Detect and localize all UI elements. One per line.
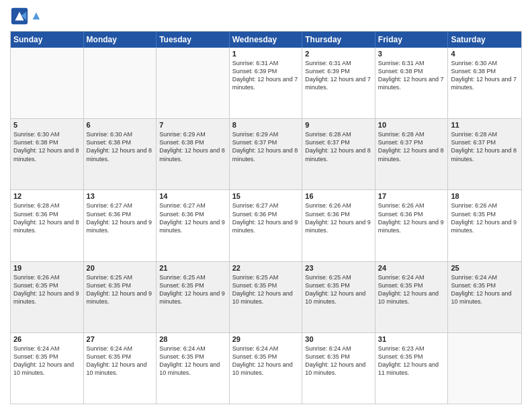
day-cell-25: 25Sunrise: 6:24 AM Sunset: 6:35 PM Dayli… — [448, 262, 521, 332]
day-cell-11: 11Sunrise: 6:28 AM Sunset: 6:37 PM Dayli… — [448, 119, 521, 189]
day-number: 31 — [378, 335, 445, 343]
day-number: 28 — [159, 335, 226, 343]
day-cell-30: 30Sunrise: 6:24 AM Sunset: 6:35 PM Dayli… — [302, 333, 375, 404]
cell-info: Sunrise: 6:26 AM Sunset: 6:35 PM Dayligh… — [451, 201, 519, 234]
day-number: 8 — [232, 121, 300, 129]
day-number: 21 — [159, 264, 226, 272]
cell-info: Sunrise: 6:31 AM Sunset: 6:38 PM Dayligh… — [378, 59, 445, 92]
cell-info: Sunrise: 6:30 AM Sunset: 6:38 PM Dayligh… — [87, 130, 154, 163]
day-cell-12: 12Sunrise: 6:28 AM Sunset: 6:36 PM Dayli… — [11, 190, 84, 261]
day-number: 30 — [305, 335, 372, 343]
logo-text: ▲ — [30, 9, 42, 23]
cell-info: Sunrise: 6:24 AM Sunset: 6:35 PM Dayligh… — [13, 345, 81, 377]
cell-info: Sunrise: 6:30 AM Sunset: 6:38 PM Dayligh… — [451, 59, 519, 92]
calendar-row-2: 12Sunrise: 6:28 AM Sunset: 6:36 PM Dayli… — [11, 190, 521, 261]
day-number: 19 — [13, 264, 81, 272]
day-number: 24 — [378, 264, 445, 272]
calendar-header: SundayMondayTuesdayWednesdayThursdayFrid… — [11, 32, 521, 48]
day-number: 5 — [13, 121, 81, 129]
cell-info: Sunrise: 6:27 AM Sunset: 6:36 PM Dayligh… — [159, 201, 226, 234]
day-cell-18: 18Sunrise: 6:26 AM Sunset: 6:35 PM Dayli… — [448, 190, 521, 261]
day-number: 15 — [232, 192, 300, 200]
calendar-row-3: 19Sunrise: 6:26 AM Sunset: 6:35 PM Dayli… — [11, 262, 521, 333]
day-cell-27: 27Sunrise: 6:24 AM Sunset: 6:35 PM Dayli… — [84, 333, 157, 404]
calendar-body: 1Sunrise: 6:31 AM Sunset: 6:39 PM Daylig… — [11, 48, 521, 404]
day-number: 6 — [87, 121, 154, 129]
day-cell-17: 17Sunrise: 6:26 AM Sunset: 6:36 PM Dayli… — [375, 190, 449, 261]
day-number: 4 — [451, 50, 519, 58]
day-number: 11 — [451, 121, 519, 129]
day-cell-28: 28Sunrise: 6:24 AM Sunset: 6:35 PM Dayli… — [157, 333, 230, 404]
cell-info: Sunrise: 6:24 AM Sunset: 6:35 PM Dayligh… — [305, 345, 372, 377]
cell-info: Sunrise: 6:24 AM Sunset: 6:35 PM Dayligh… — [378, 273, 445, 306]
cell-info: Sunrise: 6:30 AM Sunset: 6:38 PM Dayligh… — [13, 130, 81, 163]
cell-info: Sunrise: 6:31 AM Sunset: 6:39 PM Dayligh… — [232, 59, 300, 92]
day-cell-24: 24Sunrise: 6:24 AM Sunset: 6:35 PM Dayli… — [375, 262, 449, 332]
day-number: 27 — [87, 335, 154, 343]
day-number: 17 — [378, 192, 445, 200]
empty-cell — [84, 48, 157, 118]
cell-info: Sunrise: 6:29 AM Sunset: 6:37 PM Dayligh… — [232, 130, 300, 163]
day-cell-31: 31Sunrise: 6:23 AM Sunset: 6:35 PM Dayli… — [375, 333, 449, 404]
day-number: 12 — [13, 192, 81, 200]
cell-info: Sunrise: 6:25 AM Sunset: 6:35 PM Dayligh… — [305, 273, 372, 306]
day-number: 2 — [305, 50, 372, 58]
cell-info: Sunrise: 6:26 AM Sunset: 6:35 PM Dayligh… — [13, 273, 81, 306]
day-cell-2: 2Sunrise: 6:31 AM Sunset: 6:39 PM Daylig… — [302, 48, 375, 118]
calendar-row-0: 1Sunrise: 6:31 AM Sunset: 6:39 PM Daylig… — [11, 48, 521, 119]
day-cell-9: 9Sunrise: 6:28 AM Sunset: 6:37 PM Daylig… — [302, 119, 375, 189]
day-cell-7: 7Sunrise: 6:29 AM Sunset: 6:38 PM Daylig… — [157, 119, 230, 189]
calendar-row-1: 5Sunrise: 6:30 AM Sunset: 6:38 PM Daylig… — [11, 119, 521, 190]
cell-info: Sunrise: 6:29 AM Sunset: 6:38 PM Dayligh… — [159, 130, 226, 163]
day-number: 25 — [451, 264, 519, 272]
empty-cell — [11, 48, 84, 118]
day-cell-26: 26Sunrise: 6:24 AM Sunset: 6:35 PM Dayli… — [11, 333, 84, 404]
header: ▲ — [10, 7, 522, 26]
cell-info: Sunrise: 6:25 AM Sunset: 6:35 PM Dayligh… — [159, 273, 226, 306]
cell-info: Sunrise: 6:24 AM Sunset: 6:35 PM Dayligh… — [232, 345, 300, 377]
day-cell-15: 15Sunrise: 6:27 AM Sunset: 6:36 PM Dayli… — [230, 190, 303, 261]
day-cell-23: 23Sunrise: 6:25 AM Sunset: 6:35 PM Dayli… — [302, 262, 375, 332]
empty-cell — [448, 333, 521, 404]
empty-cell — [157, 48, 230, 118]
day-number: 20 — [87, 264, 154, 272]
weekday-header-thursday: Thursday — [302, 32, 375, 48]
cell-info: Sunrise: 6:28 AM Sunset: 6:36 PM Dayligh… — [13, 201, 81, 234]
day-cell-10: 10Sunrise: 6:28 AM Sunset: 6:37 PM Dayli… — [375, 119, 449, 189]
day-number: 26 — [13, 335, 81, 343]
cell-info: Sunrise: 6:25 AM Sunset: 6:35 PM Dayligh… — [232, 273, 300, 306]
day-number: 10 — [378, 121, 445, 129]
day-cell-14: 14Sunrise: 6:27 AM Sunset: 6:36 PM Dayli… — [157, 190, 230, 261]
cell-info: Sunrise: 6:28 AM Sunset: 6:37 PM Dayligh… — [378, 130, 445, 163]
day-cell-4: 4Sunrise: 6:30 AM Sunset: 6:38 PM Daylig… — [448, 48, 521, 118]
cell-info: Sunrise: 6:27 AM Sunset: 6:36 PM Dayligh… — [232, 201, 300, 234]
cell-info: Sunrise: 6:24 AM Sunset: 6:35 PM Dayligh… — [87, 345, 154, 377]
cell-info: Sunrise: 6:24 AM Sunset: 6:35 PM Dayligh… — [451, 273, 519, 306]
day-number: 18 — [451, 192, 519, 200]
day-number: 7 — [159, 121, 226, 129]
logo: ▲ — [10, 7, 42, 26]
day-number: 23 — [305, 264, 372, 272]
weekday-header-tuesday: Tuesday — [157, 32, 230, 48]
cell-info: Sunrise: 6:23 AM Sunset: 6:35 PM Dayligh… — [378, 345, 445, 377]
day-number: 14 — [159, 192, 226, 200]
calendar: SundayMondayTuesdayWednesdayThursdayFrid… — [10, 31, 522, 404]
weekday-header-saturday: Saturday — [448, 32, 521, 48]
day-number: 13 — [87, 192, 154, 200]
day-number: 3 — [378, 50, 445, 58]
weekday-header-monday: Monday — [84, 32, 157, 48]
day-cell-1: 1Sunrise: 6:31 AM Sunset: 6:39 PM Daylig… — [230, 48, 303, 118]
weekday-header-wednesday: Wednesday — [230, 32, 303, 48]
weekday-header-friday: Friday — [375, 32, 449, 48]
day-cell-8: 8Sunrise: 6:29 AM Sunset: 6:37 PM Daylig… — [230, 119, 303, 189]
page: ▲ SundayMondayTuesdayWednesdayThursdayFr… — [0, 0, 532, 411]
cell-info: Sunrise: 6:27 AM Sunset: 6:36 PM Dayligh… — [87, 201, 154, 234]
day-cell-6: 6Sunrise: 6:30 AM Sunset: 6:38 PM Daylig… — [84, 119, 157, 189]
day-number: 29 — [232, 335, 300, 343]
day-number: 9 — [305, 121, 372, 129]
cell-info: Sunrise: 6:26 AM Sunset: 6:36 PM Dayligh… — [305, 201, 372, 234]
day-number: 1 — [232, 50, 300, 58]
day-number: 16 — [305, 192, 372, 200]
weekday-header-sunday: Sunday — [11, 32, 84, 48]
day-cell-3: 3Sunrise: 6:31 AM Sunset: 6:38 PM Daylig… — [375, 48, 449, 118]
